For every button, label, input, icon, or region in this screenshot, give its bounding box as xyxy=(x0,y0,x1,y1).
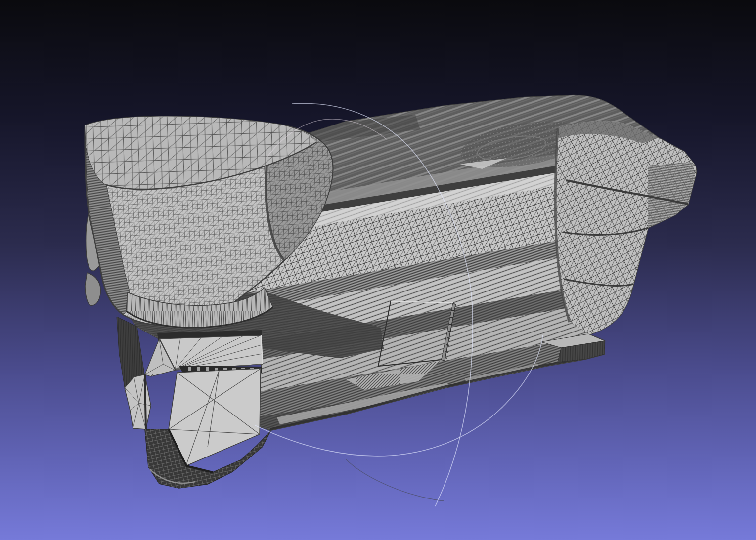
mesh-viewport[interactable] xyxy=(0,0,756,540)
mesh-canvas[interactable] xyxy=(0,0,756,540)
nose-right-crease xyxy=(145,374,146,429)
